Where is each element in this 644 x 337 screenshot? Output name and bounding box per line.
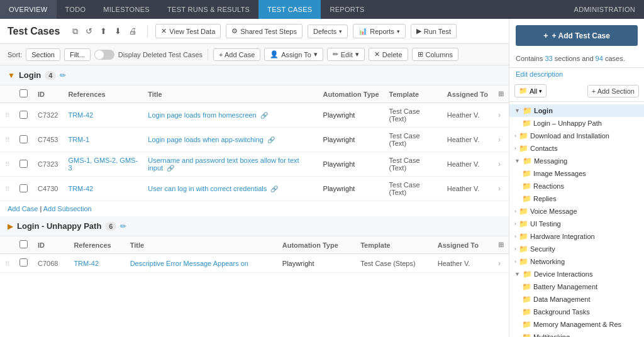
row-ref[interactable]: TRM-42	[69, 254, 125, 273]
tree-item-image-messages[interactable]: 📁 Image Messages	[509, 167, 644, 180]
tree-item-ui-testing[interactable]: › 📁 UI Testing	[509, 218, 644, 230]
row-chevron[interactable]: ›	[498, 184, 501, 193]
row-title[interactable]: Login page loads when app-switching 🔗	[143, 128, 318, 152]
row-checkbox[interactable]	[19, 258, 28, 267]
tree-item-memory[interactable]: 📁 Memory Management & Res	[509, 318, 644, 331]
add-subsection-link[interactable]: Add Subsection	[43, 205, 92, 213]
external-link-icon: 🔗	[270, 185, 278, 192]
deleted-toggle[interactable]	[94, 50, 114, 60]
all-caret: ▾	[539, 88, 542, 94]
drag-handle[interactable]: ⠿	[5, 185, 9, 192]
ref-col-header2: References	[69, 236, 125, 254]
sort-section-btn[interactable]: Section	[26, 48, 60, 61]
row-template: Test Case (Text)	[384, 152, 442, 177]
tree-chevron: ›	[514, 246, 516, 252]
drag-handle[interactable]: ⠿	[5, 112, 9, 119]
row-chevron[interactable]: ›	[498, 160, 501, 168]
section-login-edit-icon[interactable]: ✏	[60, 71, 66, 80]
tree-item-data-mgmt[interactable]: 📁 Data Management	[509, 293, 644, 306]
row-checkbox[interactable]	[19, 160, 28, 168]
row-checkbox[interactable]	[19, 135, 28, 143]
tree-item-battery[interactable]: 📁 Battery Management	[509, 280, 644, 293]
run-test-btn[interactable]: ▶ Run Test	[411, 24, 457, 38]
nav-test-cases[interactable]: TEST CASES	[258, 0, 321, 19]
tree-item-device[interactable]: ▼ 📁 Device Interactions	[509, 268, 644, 280]
check-col-header2	[14, 236, 33, 254]
columns-btn[interactable]: ⊞ Columns	[412, 48, 458, 61]
tree-item-multitasking[interactable]: 📁 Multitasking	[509, 331, 644, 337]
tree-item-security[interactable]: › 📁 Security	[509, 243, 644, 255]
cols-icon-header2[interactable]: ⊞	[493, 236, 509, 254]
tree-item-background[interactable]: 📁 Background Tasks	[509, 306, 644, 318]
row-title[interactable]: User can log in with correct credentials…	[143, 177, 318, 201]
all-filter-btn[interactable]: 📁 All ▾	[514, 84, 547, 97]
sections-count-link[interactable]: 33	[545, 55, 552, 62]
tree-chevron: ▼	[514, 158, 520, 164]
drag-handle[interactable]: ⠿	[5, 136, 9, 143]
select-all-checkbox[interactable]	[19, 89, 28, 97]
section-unhappy-edit-icon[interactable]: ✏	[120, 222, 126, 231]
row-checkbox[interactable]	[19, 184, 28, 192]
cols-icon-header[interactable]: ⊞	[493, 86, 509, 103]
edit-description-link[interactable]: Edit description	[509, 68, 644, 80]
row-title[interactable]: Username and password text boxes allow f…	[143, 152, 318, 177]
nav-administration[interactable]: ADMINISTRATION	[565, 6, 645, 13]
shared-test-steps-btn[interactable]: ⚙ Shared Test Steps	[226, 24, 303, 38]
tree-item-replies[interactable]: 📁 Replies	[509, 192, 644, 205]
select-all-checkbox-2[interactable]	[19, 240, 28, 248]
tree-item-voice[interactable]: › 📁 Voice Message	[509, 205, 644, 218]
cases-count-link[interactable]: 94	[596, 55, 603, 62]
filter-btn[interactable]: Filt...	[64, 48, 91, 61]
row-title[interactable]: Descriptive Error Message Appears on	[125, 254, 277, 273]
row-ref[interactable]: TRM-42	[63, 177, 143, 201]
nav-overview[interactable]: OVERVIEW	[0, 0, 57, 19]
tree-item-messaging[interactable]: ▼ 📁 Messaging	[509, 155, 644, 167]
export-icon-btn[interactable]: ⬇	[112, 25, 124, 38]
content-area: Test Cases ⧉ ↺ ⬆ ⬇ 🖨 ✕ View Test Data ⚙ …	[0, 19, 509, 337]
tree-item-hardware[interactable]: › 📁 Hardware Integration	[509, 230, 644, 243]
folder-icon: 📁	[523, 106, 532, 115]
defects-btn[interactable]: Defects ▾	[308, 25, 348, 38]
row-title[interactable]: Login page loads from homescreen 🔗	[143, 103, 318, 128]
delete-btn[interactable]: ✕ Delete	[369, 48, 408, 61]
tree-item-networking[interactable]: › 📁 Networking	[509, 255, 644, 268]
row-ref[interactable]: TRM-1	[63, 128, 143, 152]
row-ref[interactable]: GMS-1, GMS-2, GMS-3	[63, 152, 143, 177]
nav-milestones[interactable]: MILESTONES	[94, 0, 158, 19]
edit-caret: ▾	[355, 50, 359, 58]
add-section-btn[interactable]: + Add Section	[587, 85, 639, 97]
folder-icon: 📁	[519, 232, 528, 241]
title-col-header: Title	[143, 86, 318, 103]
row-ref[interactable]: TRM-42	[63, 103, 143, 128]
reports-btn[interactable]: 📊 Reports ▾	[353, 24, 406, 38]
add-case-link[interactable]: Add Case	[8, 205, 38, 213]
print-icon-btn[interactable]: 🖨	[126, 25, 140, 38]
add-test-case-sidebar-btn[interactable]: + + Add Test Case	[516, 25, 638, 46]
id-col-header2: ID	[33, 236, 69, 254]
copy-icon-btn[interactable]: ⧉	[70, 25, 80, 38]
edit-btn[interactable]: ✏ Edit ▾	[327, 48, 365, 61]
tree-item-reactions[interactable]: 📁 Reactions	[509, 180, 644, 192]
folder-icon: 📁	[519, 257, 528, 266]
row-chevron[interactable]: ›	[498, 135, 501, 144]
add-case-btn[interactable]: + Add Case	[213, 48, 260, 61]
tree-item-login-unhappy[interactable]: 📁 Login – Unhappy Path	[509, 117, 644, 130]
drag-handle[interactable]: ⠿	[5, 161, 9, 168]
nav-todo[interactable]: TODO	[57, 0, 95, 19]
tree-item-download[interactable]: › 📁 Download and Installation	[509, 130, 644, 142]
refresh-icon-btn[interactable]: ↺	[83, 25, 95, 38]
title-col-header2: Title	[125, 236, 277, 254]
columns-icon: ⊞	[418, 50, 423, 58]
nav-test-runs[interactable]: TEST RUNS & RESULTS	[158, 0, 258, 19]
assign-to-btn[interactable]: 👤 Assign To ▾	[264, 48, 323, 61]
row-checkbox[interactable]	[19, 111, 28, 119]
tree-item-contacts[interactable]: › 📁 Contacts	[509, 142, 644, 155]
check-col-header	[14, 86, 33, 103]
view-test-data-btn[interactable]: ✕ View Test Data	[155, 24, 221, 38]
nav-reports[interactable]: REPORTS	[321, 0, 373, 19]
row-chevron[interactable]: ›	[498, 259, 501, 268]
drag-handle[interactable]: ⠿	[5, 260, 9, 267]
import-icon-btn[interactable]: ⬆	[97, 25, 109, 38]
row-chevron[interactable]: ›	[498, 111, 501, 119]
tree-item-login[interactable]: ▼ 📁 Login	[509, 104, 644, 117]
